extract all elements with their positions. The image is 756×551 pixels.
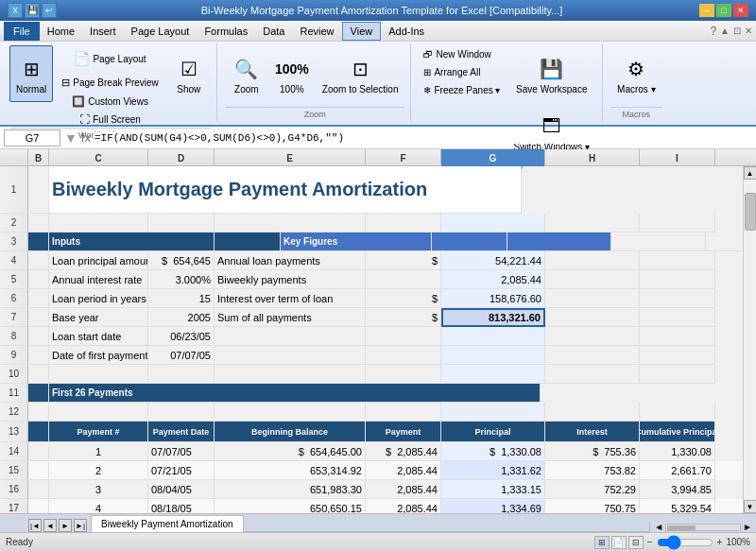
cell-H5[interactable] (545, 270, 640, 289)
cell-B4[interactable] (28, 251, 49, 270)
row-header-8[interactable]: 8 (0, 327, 28, 346)
cell-B9[interactable] (28, 346, 49, 365)
cell-F4[interactable]: $ (366, 251, 441, 270)
cell-B5[interactable] (28, 270, 49, 289)
cell-I12[interactable] (640, 403, 715, 422)
cell-G4[interactable]: 54,221.44 (441, 251, 545, 270)
cell-E6[interactable]: Interest over term of loan (215, 289, 366, 308)
cell-B16[interactable] (28, 480, 49, 499)
cell-H17[interactable]: 750.75 (545, 499, 640, 513)
scroll-thumb[interactable] (745, 193, 756, 231)
row-header-17[interactable]: 17 (0, 499, 28, 513)
cell-I5[interactable] (640, 270, 715, 289)
cell-F9[interactable] (366, 346, 441, 365)
cell-B1[interactable] (28, 166, 49, 214)
cell-I16[interactable]: 3,994.85 (640, 480, 715, 499)
cell-E17[interactable]: 650,650.15 (215, 499, 366, 513)
ribbon-toggle[interactable]: ▲ (720, 26, 730, 36)
cell-F13[interactable]: Payment (366, 422, 441, 442)
cell-reference-input[interactable] (4, 129, 60, 146)
cell-F2[interactable] (366, 214, 441, 232)
formula-input[interactable] (94, 132, 752, 144)
cell-I3[interactable] (706, 232, 743, 251)
cell-D13[interactable]: Payment Date (148, 422, 215, 442)
zoom-button[interactable]: 🔍 Zoom (225, 45, 268, 102)
cell-G9[interactable] (441, 346, 545, 365)
h-scroll-track[interactable] (665, 524, 741, 531)
page-break-preview-button[interactable]: ⊟ Page Break Preview (55, 73, 165, 92)
sheet-nav-arrows[interactable]: |◄ ◄ ► ►| (28, 519, 87, 532)
cell-H4[interactable] (545, 251, 640, 270)
cell-G3[interactable] (507, 232, 611, 251)
row-header-16[interactable]: 16 (0, 480, 28, 499)
row-header-1[interactable]: 1 (0, 166, 28, 214)
cell-B2[interactable] (28, 214, 49, 232)
custom-views-button[interactable]: 🔲 Custom Views (55, 93, 165, 110)
cell-D7[interactable]: 2005 (148, 308, 215, 327)
horizontal-scroll[interactable]: ◄ ► (649, 522, 756, 532)
cell-B15[interactable] (28, 461, 49, 480)
cell-C7[interactable]: Base year (49, 308, 148, 327)
formulas-menu[interactable]: Formulas (197, 22, 255, 41)
cell-C6[interactable]: Loan period in years (30 max.) (49, 289, 148, 308)
cell-F10[interactable] (366, 365, 441, 384)
formula-fx-icon[interactable]: fx (81, 130, 91, 145)
cell-C15[interactable]: 2 (49, 461, 148, 480)
cell-B7[interactable] (28, 308, 49, 327)
scroll-up-button[interactable]: ▲ (744, 166, 757, 180)
cell-C2[interactable] (49, 214, 148, 232)
cell-I6[interactable] (640, 289, 715, 308)
cell-B11[interactable] (28, 384, 49, 403)
row-header-6[interactable]: 6 (0, 289, 28, 308)
cell-E12[interactable] (215, 403, 366, 422)
cell-D12[interactable] (148, 403, 215, 422)
normal-view-status-button[interactable]: ⊞ (594, 536, 610, 549)
cell-E4[interactable]: Annual loan payments (215, 251, 366, 270)
col-header-E[interactable]: E (215, 149, 366, 166)
cell-I13[interactable]: Cumulative Principal (640, 422, 715, 442)
file-menu[interactable]: File (4, 22, 40, 41)
cell-C17[interactable]: 4 (49, 499, 148, 513)
row-header-11[interactable]: 11 (0, 384, 28, 403)
cell-H10[interactable] (545, 365, 640, 384)
cell-B13[interactable] (28, 422, 49, 442)
cell-F7[interactable]: $ (366, 308, 441, 327)
pagebreak-status-button[interactable]: ⊟ (628, 536, 644, 549)
cell-G16[interactable]: 1,333.15 (441, 480, 545, 499)
window-restore[interactable]: ⊡ (733, 26, 741, 36)
page-layout-button[interactable]: 📄 Page Layout (55, 45, 165, 72)
cell-D15[interactable]: 07/21/05 (148, 461, 215, 480)
cell-D14[interactable]: 07/07/05 (148, 442, 215, 461)
cell-E16[interactable]: 651,983.30 (215, 480, 366, 499)
col-header-B[interactable]: B (28, 149, 49, 166)
addins-menu[interactable]: Add-Ins (381, 22, 432, 41)
cell-D17[interactable]: 08/18/05 (148, 499, 215, 513)
help-icon[interactable]: ? (710, 25, 716, 38)
cell-G12[interactable] (441, 403, 545, 422)
col-header-H[interactable]: H (545, 149, 640, 166)
arrange-all-button[interactable]: ⊞ Arrange All (419, 63, 505, 80)
cell-H14[interactable]: $ 755.36 (545, 442, 640, 461)
cell-F6[interactable]: $ (366, 289, 441, 308)
window-controls[interactable]: ─ □ ✕ (699, 4, 748, 17)
scroll-left-button[interactable]: ◄ (654, 522, 663, 532)
cell-I17[interactable]: 5,329.54 (640, 499, 715, 513)
home-menu[interactable]: Home (40, 22, 82, 41)
cell-D10[interactable] (148, 365, 215, 384)
zoom-selection-button[interactable]: ⊡ Zoom to Selection (316, 45, 405, 102)
cell-I15[interactable]: 2,661.70 (640, 461, 715, 480)
cell-E8[interactable] (215, 327, 366, 346)
cell-C14[interactable]: 1 (49, 442, 148, 461)
row-header-5[interactable]: 5 (0, 270, 28, 289)
cell-D4[interactable]: $ 654,645 (148, 251, 215, 270)
scroll-down-button[interactable]: ▼ (744, 500, 757, 513)
row-header-12[interactable]: 12 (0, 403, 28, 422)
cell-H9[interactable] (545, 346, 640, 365)
cell-B6[interactable] (28, 289, 49, 308)
col-header-G[interactable]: G (441, 149, 545, 166)
cell-B17[interactable] (28, 499, 49, 513)
cell-C16[interactable]: 3 (49, 480, 148, 499)
sheet-tab-biweekly[interactable]: Biweekly Payment Amortization (91, 515, 244, 532)
cell-F16[interactable]: 2,085.44 (366, 480, 441, 499)
nav-last-button[interactable]: ►| (74, 519, 87, 532)
